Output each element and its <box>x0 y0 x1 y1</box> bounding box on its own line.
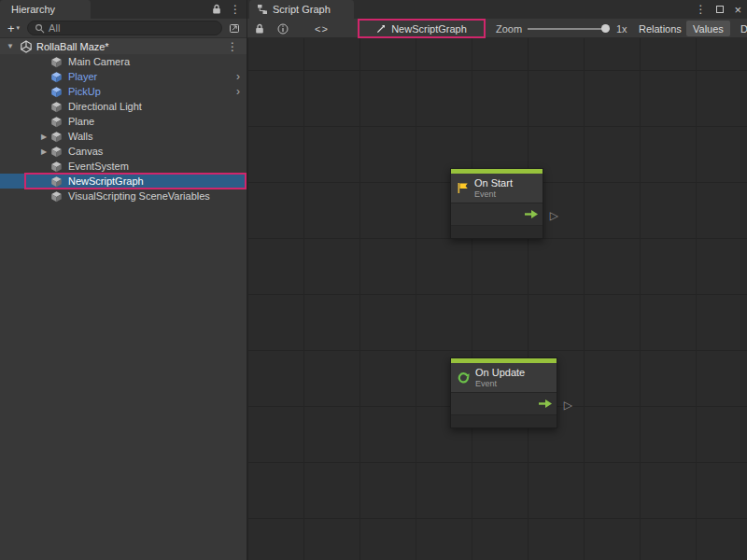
gameobject-cube-icon <box>50 175 63 188</box>
node-port-row <box>451 393 557 415</box>
hierarchy-tree: Main CameraPlayer›PickUp›Directional Lig… <box>0 54 247 203</box>
tree-item-plane[interactable]: Plane <box>0 114 247 129</box>
caret-down-icon: ▾ <box>17 24 21 32</box>
graph-lock-icon[interactable] <box>255 19 264 38</box>
hierarchy-tabbar: Hierarchy ⋮ <box>0 0 247 19</box>
unity-scene-icon <box>20 40 33 53</box>
hierarchy-search-input[interactable]: All <box>27 21 222 35</box>
zoom-slider[interactable] <box>528 19 610 38</box>
close-icon[interactable]: × <box>734 4 741 16</box>
tree-item-canvas[interactable]: ▶Canvas <box>0 144 247 159</box>
flag-icon <box>457 182 469 194</box>
tree-item-label: Directional Light <box>68 101 142 112</box>
tree-item-main-camera[interactable]: Main Camera <box>0 54 247 69</box>
hierarchy-tab-label: Hierarchy <box>11 4 55 15</box>
graph-tab-label: Script Graph <box>273 4 331 15</box>
node-subtitle: Event <box>474 189 513 199</box>
graph-tabbar: Script Graph ⋮ × <box>247 0 747 19</box>
node-title: On Start <box>474 177 513 189</box>
relations-toggle-button[interactable]: Relations <box>632 19 688 38</box>
scene-name: RollaBall Maze* <box>36 41 109 52</box>
tree-item-label: PickUp <box>68 86 101 97</box>
prefab-cube-icon <box>50 71 63 83</box>
search-icon <box>35 23 45 34</box>
code-preview-icon[interactable]: <> <box>315 19 329 38</box>
graph-asset-icon <box>376 23 387 34</box>
output-port-arrow-icon[interactable] <box>538 399 553 409</box>
script-graph-panel: Script Graph ⋮ × <> NewScriptGraph <box>247 0 747 560</box>
graph-canvas[interactable]: On Start Event ▷ <box>247 38 747 560</box>
tree-item-label: Main Camera <box>68 56 130 67</box>
gameobject-cube-icon <box>50 101 63 113</box>
node-header[interactable]: On Update Event <box>451 363 557 393</box>
zoom-slider-handle[interactable] <box>601 24 610 33</box>
tree-item-eventsystem[interactable]: EventSystem <box>0 159 247 174</box>
prefab-cube-icon <box>50 86 63 98</box>
tree-item-label: Walls <box>68 131 92 142</box>
tree-item-label: Player <box>68 71 97 82</box>
zoom-slider-track[interactable] <box>528 28 610 30</box>
scene-foldout-icon[interactable]: ▼ <box>7 42 16 50</box>
tree-item-label: VisualScripting SceneVariables <box>68 190 210 202</box>
node-port-row <box>451 203 543 226</box>
dim-toggle-button[interactable]: Dim <box>734 19 747 38</box>
zoom-label: Zoom <box>496 19 522 38</box>
tree-item-player[interactable]: Player› <box>0 69 247 84</box>
node-title: On Update <box>475 367 525 379</box>
gameobject-cube-icon <box>50 146 63 158</box>
tree-item-label: Plane <box>68 116 94 127</box>
tree-item-label: NewScriptGraph <box>68 175 144 187</box>
node-footer <box>451 226 543 238</box>
node-on-update[interactable]: On Update Event ▷ <box>450 357 557 428</box>
tree-item-walls[interactable]: ▶Walls <box>0 129 247 144</box>
connection-triangle-icon[interactable]: ▷ <box>564 399 572 411</box>
tree-item-visualscripting-scenevariables[interactable]: VisualScripting SceneVariables <box>0 189 247 203</box>
tree-item-label: Canvas <box>68 146 103 157</box>
script-graph-icon <box>257 4 268 15</box>
scene-menu-icon[interactable]: ⋮ <box>227 41 238 52</box>
gameobject-cube-icon <box>50 116 63 128</box>
zoom-value: 1x <box>616 19 627 38</box>
maximize-icon[interactable] <box>716 6 724 13</box>
gameobject-cube-icon <box>50 190 63 203</box>
create-object-button[interactable]: + ▾ <box>5 22 22 35</box>
popout-search-icon[interactable] <box>227 22 242 34</box>
tree-item-newscriptgraph[interactable]: NewScriptGraph <box>0 174 247 189</box>
lock-icon[interactable] <box>212 4 221 15</box>
graph-name-label: NewScriptGraph <box>391 23 467 35</box>
tree-item-pickup[interactable]: PickUp› <box>0 84 247 99</box>
tree-item-directional-light[interactable]: Directional Light <box>0 99 247 114</box>
node-footer <box>451 415 557 427</box>
hierarchy-toolbar: + ▾ All <box>0 19 247 38</box>
unity-editor-window: Hierarchy ⋮ + ▾ All <box>0 0 747 560</box>
gameobject-cube-icon <box>50 56 63 68</box>
tab-hierarchy[interactable]: Hierarchy <box>0 0 91 19</box>
graph-name-annotation[interactable]: NewScriptGraph <box>358 19 486 38</box>
gameobject-cube-icon <box>50 161 63 173</box>
node-on-start[interactable]: On Start Event ▷ <box>450 168 543 239</box>
hierarchy-panel: Hierarchy ⋮ + ▾ All <box>0 0 247 560</box>
open-prefab-chevron-icon[interactable]: › <box>236 86 240 97</box>
scene-header-row[interactable]: ▼ RollaBall Maze* ⋮ <box>0 38 247 54</box>
foldout-closed-icon[interactable]: ▶ <box>37 147 50 156</box>
gameobject-cube-icon <box>50 131 63 143</box>
info-icon[interactable] <box>277 19 289 38</box>
connection-triangle-icon[interactable]: ▷ <box>550 210 558 221</box>
node-header[interactable]: On Start Event <box>451 174 543 203</box>
foldout-closed-icon[interactable]: ▶ <box>37 133 50 141</box>
loop-icon <box>457 371 470 384</box>
window-menu-icon[interactable]: ⋮ <box>695 4 706 15</box>
search-filter-value: All <box>49 22 60 34</box>
tree-item-label: EventSystem <box>68 161 129 172</box>
node-subtitle: Event <box>475 379 525 388</box>
tab-script-graph[interactable]: Script Graph <box>249 0 354 19</box>
plus-icon: + <box>7 22 15 35</box>
output-port-arrow-icon[interactable] <box>524 209 539 219</box>
graph-toolbar: <> NewScriptGraph Zoom 1x Relations Valu… <box>247 19 747 38</box>
values-toggle-button[interactable]: Values <box>686 21 730 36</box>
panel-menu-icon[interactable]: ⋮ <box>230 4 241 15</box>
open-prefab-chevron-icon[interactable]: › <box>236 71 240 82</box>
